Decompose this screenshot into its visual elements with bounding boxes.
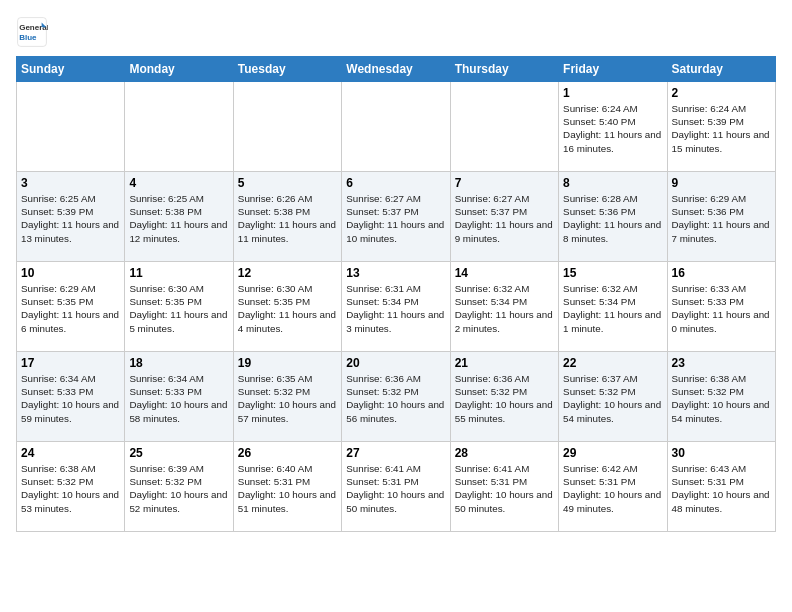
cell-info: Sunrise: 6:29 AM Sunset: 5:36 PM Dayligh… [672, 192, 771, 245]
day-number: 12 [238, 266, 337, 280]
cell-info: Sunrise: 6:28 AM Sunset: 5:36 PM Dayligh… [563, 192, 662, 245]
calendar-cell: 30Sunrise: 6:43 AM Sunset: 5:31 PM Dayli… [667, 442, 775, 532]
day-number: 20 [346, 356, 445, 370]
calendar-cell: 2Sunrise: 6:24 AM Sunset: 5:39 PM Daylig… [667, 82, 775, 172]
cell-info: Sunrise: 6:35 AM Sunset: 5:32 PM Dayligh… [238, 372, 337, 425]
calendar-cell: 10Sunrise: 6:29 AM Sunset: 5:35 PM Dayli… [17, 262, 125, 352]
cell-info: Sunrise: 6:39 AM Sunset: 5:32 PM Dayligh… [129, 462, 228, 515]
calendar-cell: 12Sunrise: 6:30 AM Sunset: 5:35 PM Dayli… [233, 262, 341, 352]
calendar-cell: 11Sunrise: 6:30 AM Sunset: 5:35 PM Dayli… [125, 262, 233, 352]
calendar-cell [233, 82, 341, 172]
cell-info: Sunrise: 6:34 AM Sunset: 5:33 PM Dayligh… [129, 372, 228, 425]
calendar-week-row: 3Sunrise: 6:25 AM Sunset: 5:39 PM Daylig… [17, 172, 776, 262]
day-number: 3 [21, 176, 120, 190]
cell-info: Sunrise: 6:40 AM Sunset: 5:31 PM Dayligh… [238, 462, 337, 515]
weekday-header: Monday [125, 57, 233, 82]
cell-info: Sunrise: 6:32 AM Sunset: 5:34 PM Dayligh… [455, 282, 554, 335]
cell-info: Sunrise: 6:38 AM Sunset: 5:32 PM Dayligh… [21, 462, 120, 515]
weekday-header: Saturday [667, 57, 775, 82]
cell-info: Sunrise: 6:36 AM Sunset: 5:32 PM Dayligh… [455, 372, 554, 425]
day-number: 29 [563, 446, 662, 460]
day-number: 4 [129, 176, 228, 190]
calendar-cell: 9Sunrise: 6:29 AM Sunset: 5:36 PM Daylig… [667, 172, 775, 262]
day-number: 28 [455, 446, 554, 460]
calendar-cell: 22Sunrise: 6:37 AM Sunset: 5:32 PM Dayli… [559, 352, 667, 442]
calendar-cell: 13Sunrise: 6:31 AM Sunset: 5:34 PM Dayli… [342, 262, 450, 352]
weekday-header: Thursday [450, 57, 558, 82]
cell-info: Sunrise: 6:36 AM Sunset: 5:32 PM Dayligh… [346, 372, 445, 425]
calendar-cell: 19Sunrise: 6:35 AM Sunset: 5:32 PM Dayli… [233, 352, 341, 442]
cell-info: Sunrise: 6:41 AM Sunset: 5:31 PM Dayligh… [455, 462, 554, 515]
day-number: 8 [563, 176, 662, 190]
calendar-week-row: 1Sunrise: 6:24 AM Sunset: 5:40 PM Daylig… [17, 82, 776, 172]
day-number: 14 [455, 266, 554, 280]
day-number: 16 [672, 266, 771, 280]
calendar-cell: 15Sunrise: 6:32 AM Sunset: 5:34 PM Dayli… [559, 262, 667, 352]
day-number: 7 [455, 176, 554, 190]
day-number: 5 [238, 176, 337, 190]
calendar-cell [17, 82, 125, 172]
day-number: 25 [129, 446, 228, 460]
logo: General Blue [16, 16, 52, 48]
day-number: 11 [129, 266, 228, 280]
calendar-cell: 28Sunrise: 6:41 AM Sunset: 5:31 PM Dayli… [450, 442, 558, 532]
day-number: 1 [563, 86, 662, 100]
calendar-cell [125, 82, 233, 172]
day-number: 9 [672, 176, 771, 190]
calendar-cell: 14Sunrise: 6:32 AM Sunset: 5:34 PM Dayli… [450, 262, 558, 352]
cell-info: Sunrise: 6:31 AM Sunset: 5:34 PM Dayligh… [346, 282, 445, 335]
calendar-week-row: 10Sunrise: 6:29 AM Sunset: 5:35 PM Dayli… [17, 262, 776, 352]
calendar-cell: 16Sunrise: 6:33 AM Sunset: 5:33 PM Dayli… [667, 262, 775, 352]
cell-info: Sunrise: 6:38 AM Sunset: 5:32 PM Dayligh… [672, 372, 771, 425]
calendar-cell: 26Sunrise: 6:40 AM Sunset: 5:31 PM Dayli… [233, 442, 341, 532]
day-number: 26 [238, 446, 337, 460]
day-number: 18 [129, 356, 228, 370]
weekday-header: Sunday [17, 57, 125, 82]
calendar-cell [342, 82, 450, 172]
page-header: General Blue [16, 16, 776, 48]
cell-info: Sunrise: 6:32 AM Sunset: 5:34 PM Dayligh… [563, 282, 662, 335]
cell-info: Sunrise: 6:41 AM Sunset: 5:31 PM Dayligh… [346, 462, 445, 515]
calendar-cell: 7Sunrise: 6:27 AM Sunset: 5:37 PM Daylig… [450, 172, 558, 262]
day-number: 24 [21, 446, 120, 460]
day-number: 19 [238, 356, 337, 370]
logo-icon: General Blue [16, 16, 48, 48]
weekday-header: Wednesday [342, 57, 450, 82]
cell-info: Sunrise: 6:25 AM Sunset: 5:39 PM Dayligh… [21, 192, 120, 245]
calendar-cell: 21Sunrise: 6:36 AM Sunset: 5:32 PM Dayli… [450, 352, 558, 442]
calendar-cell: 3Sunrise: 6:25 AM Sunset: 5:39 PM Daylig… [17, 172, 125, 262]
cell-info: Sunrise: 6:34 AM Sunset: 5:33 PM Dayligh… [21, 372, 120, 425]
calendar-cell: 5Sunrise: 6:26 AM Sunset: 5:38 PM Daylig… [233, 172, 341, 262]
weekday-header-row: SundayMondayTuesdayWednesdayThursdayFrid… [17, 57, 776, 82]
calendar-cell: 4Sunrise: 6:25 AM Sunset: 5:38 PM Daylig… [125, 172, 233, 262]
day-number: 13 [346, 266, 445, 280]
day-number: 15 [563, 266, 662, 280]
cell-info: Sunrise: 6:27 AM Sunset: 5:37 PM Dayligh… [455, 192, 554, 245]
calendar-cell [450, 82, 558, 172]
calendar-cell: 6Sunrise: 6:27 AM Sunset: 5:37 PM Daylig… [342, 172, 450, 262]
cell-info: Sunrise: 6:37 AM Sunset: 5:32 PM Dayligh… [563, 372, 662, 425]
day-number: 30 [672, 446, 771, 460]
calendar-week-row: 24Sunrise: 6:38 AM Sunset: 5:32 PM Dayli… [17, 442, 776, 532]
calendar-cell: 25Sunrise: 6:39 AM Sunset: 5:32 PM Dayli… [125, 442, 233, 532]
day-number: 6 [346, 176, 445, 190]
day-number: 10 [21, 266, 120, 280]
calendar-cell: 29Sunrise: 6:42 AM Sunset: 5:31 PM Dayli… [559, 442, 667, 532]
day-number: 21 [455, 356, 554, 370]
svg-text:Blue: Blue [19, 33, 37, 42]
calendar-cell: 18Sunrise: 6:34 AM Sunset: 5:33 PM Dayli… [125, 352, 233, 442]
cell-info: Sunrise: 6:42 AM Sunset: 5:31 PM Dayligh… [563, 462, 662, 515]
cell-info: Sunrise: 6:33 AM Sunset: 5:33 PM Dayligh… [672, 282, 771, 335]
day-number: 22 [563, 356, 662, 370]
weekday-header: Tuesday [233, 57, 341, 82]
cell-info: Sunrise: 6:43 AM Sunset: 5:31 PM Dayligh… [672, 462, 771, 515]
calendar-table: SundayMondayTuesdayWednesdayThursdayFrid… [16, 56, 776, 532]
cell-info: Sunrise: 6:27 AM Sunset: 5:37 PM Dayligh… [346, 192, 445, 245]
calendar-cell: 20Sunrise: 6:36 AM Sunset: 5:32 PM Dayli… [342, 352, 450, 442]
cell-info: Sunrise: 6:24 AM Sunset: 5:40 PM Dayligh… [563, 102, 662, 155]
day-number: 17 [21, 356, 120, 370]
cell-info: Sunrise: 6:30 AM Sunset: 5:35 PM Dayligh… [238, 282, 337, 335]
cell-info: Sunrise: 6:30 AM Sunset: 5:35 PM Dayligh… [129, 282, 228, 335]
day-number: 2 [672, 86, 771, 100]
calendar-cell: 23Sunrise: 6:38 AM Sunset: 5:32 PM Dayli… [667, 352, 775, 442]
